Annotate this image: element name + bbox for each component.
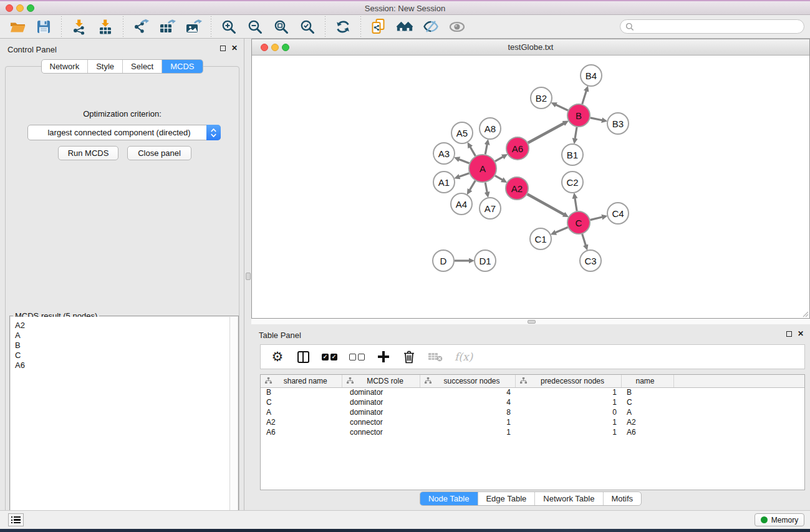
table-cell[interactable]: 1 bbox=[420, 427, 515, 437]
zoom-selected-icon[interactable] bbox=[299, 18, 316, 36]
table-cell[interactable]: A bbox=[621, 407, 673, 417]
table-row[interactable]: Cdominator41C bbox=[261, 397, 804, 407]
table-cell[interactable]: A6 bbox=[261, 427, 342, 437]
tab-mcds[interactable]: MCDS bbox=[162, 60, 202, 73]
result-list-item[interactable]: A2 bbox=[15, 321, 238, 331]
table-cell[interactable]: C bbox=[621, 397, 673, 407]
table-row[interactable]: A2connector11A2 bbox=[261, 417, 804, 427]
float-panel-icon[interactable] bbox=[220, 46, 226, 51]
table-cell[interactable]: 4 bbox=[420, 397, 515, 407]
table-row[interactable]: Bdominator41B bbox=[261, 387, 804, 397]
table-cell[interactable]: 1 bbox=[515, 387, 621, 397]
graph-edge-C-C3[interactable] bbox=[582, 234, 586, 245]
table-cell[interactable]: A bbox=[261, 407, 342, 417]
delete-table-icon[interactable] bbox=[428, 349, 443, 365]
import-network-icon[interactable] bbox=[70, 18, 88, 36]
home-icon[interactable] bbox=[396, 18, 413, 36]
graph-edge-A6-B[interactable] bbox=[528, 123, 564, 143]
graph-edge-A-A6[interactable] bbox=[495, 157, 503, 161]
zoom-fit-icon[interactable] bbox=[272, 18, 290, 36]
table-cell[interactable]: A2 bbox=[621, 417, 673, 427]
network-canvas[interactable]: AA1A2A3A4A5A6A7A8BB1B2B3B4CC1C2C3C4DD1 bbox=[252, 56, 809, 318]
table-cell[interactable]: dominator bbox=[342, 387, 420, 397]
table-cell[interactable]: 1 bbox=[515, 397, 621, 407]
graph-edge-A-A8[interactable] bbox=[485, 145, 487, 155]
column-header[interactable]: shared name bbox=[261, 375, 342, 387]
table-cell[interactable]: connector bbox=[342, 427, 420, 437]
delete-columns-icon[interactable] bbox=[402, 349, 416, 365]
table-row[interactable]: A6connector11A6 bbox=[261, 427, 804, 437]
function-builder-icon[interactable]: f(x) bbox=[455, 349, 473, 365]
graph-edge-A-A5[interactable] bbox=[470, 147, 475, 157]
export-image-icon[interactable] bbox=[185, 18, 202, 36]
export-table-icon[interactable] bbox=[158, 18, 176, 36]
tab-motifs[interactable]: Motifs bbox=[603, 492, 641, 505]
tab-network-table[interactable]: Network Table bbox=[535, 492, 603, 505]
graph-edge-A-A3[interactable] bbox=[459, 159, 469, 163]
close-panel-button[interactable]: Close panel bbox=[127, 146, 191, 160]
main-titlebar[interactable]: Session: New Session bbox=[0, 1, 810, 15]
graph-edge-B-B2[interactable] bbox=[556, 105, 568, 110]
graph-edge-B-B1[interactable] bbox=[575, 127, 577, 139]
result-list-item[interactable]: A bbox=[15, 331, 238, 341]
column-header[interactable]: MCDS role bbox=[342, 375, 420, 387]
table-cell[interactable]: 1 bbox=[420, 417, 515, 427]
search-input[interactable] bbox=[634, 22, 804, 31]
graph-edge-B-B3[interactable] bbox=[591, 118, 602, 120]
table-cell[interactable]: B bbox=[261, 387, 342, 397]
graph-edge-C-C1[interactable] bbox=[556, 227, 568, 232]
close-panel-icon[interactable]: ✕ bbox=[231, 45, 238, 51]
resize-grip-icon[interactable] bbox=[801, 310, 809, 317]
table-cell[interactable]: dominator bbox=[342, 407, 420, 417]
tab-select[interactable]: Select bbox=[123, 60, 162, 73]
tab-node-table[interactable]: Node Table bbox=[420, 492, 478, 505]
table-cell[interactable]: 1 bbox=[515, 417, 621, 427]
result-scrollbar[interactable] bbox=[229, 317, 238, 525]
result-list-item[interactable]: A6 bbox=[15, 360, 238, 370]
table-settings-icon[interactable]: ⚙ bbox=[271, 349, 284, 365]
memory-button[interactable]: Memory bbox=[755, 513, 804, 526]
result-list-item[interactable]: B bbox=[15, 341, 238, 351]
table-cell[interactable]: A6 bbox=[621, 427, 673, 437]
column-header[interactable]: successor nodes bbox=[420, 375, 515, 387]
graph-edge-A-A4[interactable] bbox=[470, 181, 475, 190]
graph-edge-C-C4[interactable] bbox=[590, 217, 602, 220]
graph-edge-A-A7[interactable] bbox=[485, 183, 487, 193]
add-column-icon[interactable] bbox=[377, 349, 390, 365]
show-graphics-details-icon[interactable] bbox=[422, 18, 440, 36]
show-hide-icon[interactable] bbox=[448, 18, 466, 36]
tab-style[interactable]: Style bbox=[88, 60, 123, 73]
show-column-panel-icon[interactable] bbox=[296, 349, 310, 365]
horizontal-splitter[interactable] bbox=[251, 319, 810, 324]
close-panel-icon[interactable]: ✕ bbox=[798, 331, 804, 337]
table-cell[interactable]: 4 bbox=[420, 387, 515, 397]
import-table-icon[interactable] bbox=[97, 18, 114, 36]
unselect-all-columns-icon[interactable] bbox=[349, 349, 365, 365]
table-cell[interactable]: connector bbox=[342, 417, 420, 427]
run-mcds-button[interactable]: Run MCDS bbox=[58, 146, 118, 160]
vertical-splitter-handle[interactable] bbox=[246, 273, 251, 280]
table-row[interactable]: Adominator80A bbox=[261, 407, 804, 417]
graph-edge-A-A2[interactable] bbox=[495, 176, 503, 180]
graph-edge-A2-C[interactable] bbox=[528, 194, 564, 215]
table-cell[interactable]: dominator bbox=[342, 397, 420, 407]
apply-layout-icon[interactable] bbox=[334, 18, 352, 36]
column-header[interactable]: predecessor nodes bbox=[515, 375, 621, 387]
column-header[interactable]: name bbox=[621, 375, 673, 387]
graph-edge-C-C2[interactable] bbox=[575, 198, 577, 211]
table-cell[interactable]: C bbox=[261, 397, 342, 407]
new-network-from-selection-icon[interactable] bbox=[370, 18, 387, 36]
graph-edge-B-B4[interactable] bbox=[582, 91, 587, 104]
float-panel-icon[interactable] bbox=[786, 331, 792, 337]
table-cell[interactable]: A2 bbox=[261, 417, 342, 427]
tab-network[interactable]: Network bbox=[41, 60, 88, 73]
optimization-criterion-select[interactable]: largest connected component (directed) bbox=[27, 125, 221, 140]
table-cell[interactable]: 1 bbox=[515, 427, 621, 437]
result-list-item[interactable]: C bbox=[15, 351, 238, 360]
save-session-icon[interactable] bbox=[35, 18, 52, 36]
search-field[interactable] bbox=[620, 19, 804, 34]
table-cell[interactable]: 0 bbox=[515, 407, 621, 417]
horizontal-splitter-handle[interactable] bbox=[528, 320, 536, 324]
open-session-icon[interactable] bbox=[9, 18, 26, 36]
zoom-in-icon[interactable] bbox=[220, 18, 238, 36]
